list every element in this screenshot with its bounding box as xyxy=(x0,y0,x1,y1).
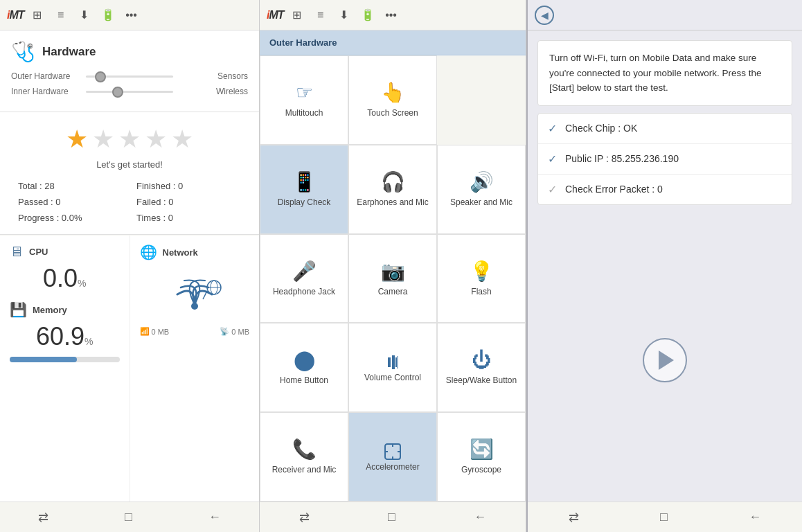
camera-label: Camera xyxy=(378,287,408,298)
list-icon[interactable]: ≡ xyxy=(53,10,69,21)
play-triangle-icon xyxy=(659,351,674,370)
test-cell-gyroscope[interactable]: 🔄 Gyroscope xyxy=(437,412,526,502)
slider-row-1: Outer Hardware Sensors xyxy=(11,71,248,81)
test-cell-earphones[interactable]: 🎧 Earphones and Mic xyxy=(348,145,437,234)
test-cell-power[interactable]: ⏻ Sleep/Wake Button xyxy=(437,323,526,412)
nav-recent-panel1[interactable]: ⇄ xyxy=(27,504,60,531)
test-cell-flash[interactable]: 💡 Flash xyxy=(437,234,526,323)
check-list: ✓ Check Chip : OK ✓ Public IP : 85.255.2… xyxy=(537,113,792,205)
network-wifi-item: 📡 0 MB xyxy=(220,327,249,336)
accelerometer-label: Accelerometer xyxy=(366,462,419,473)
test-cell-accelerometer[interactable]: Accelerometer xyxy=(348,412,437,502)
nav-home-panel1[interactable]: □ xyxy=(114,504,143,530)
star-5[interactable]: ★ xyxy=(171,125,193,154)
panel-tests: iMT ⊞ ≡ ⬇ 🔋 ••• Outer Hardware ☞ Multito… xyxy=(260,0,526,532)
topbar-panel1: iMT ⊞ ≡ ⬇ 🔋 ••• xyxy=(0,0,259,30)
slider-thumb-inner[interactable] xyxy=(112,87,123,98)
check-item-error: ✓ Check Error Packet : 0 xyxy=(538,175,792,204)
nav-home-panel3[interactable]: □ xyxy=(649,504,679,530)
grid-icon-p2[interactable]: ⊞ xyxy=(289,10,305,21)
touchscreen-icon: 👆 xyxy=(381,81,405,104)
check-item-ip: ✓ Public IP : 85.255.236.190 xyxy=(538,144,792,175)
slider-track-inner[interactable] xyxy=(86,91,173,93)
nav-back-panel2[interactable]: ← xyxy=(463,504,497,530)
wifi-icon: 📡 xyxy=(220,327,229,336)
test-cell-touchscreen[interactable]: 👆 Touch Screen xyxy=(348,55,437,145)
stat-progress: Progress : 0.0% xyxy=(18,211,123,224)
bottom-nav-panel1: ⇄ □ ← xyxy=(0,502,259,532)
nav-recent-panel3[interactable]: ⇄ xyxy=(558,504,590,531)
slider-track-outer[interactable] xyxy=(86,76,173,78)
svg-rect-6 xyxy=(392,355,395,369)
network-title: Network xyxy=(163,247,198,258)
power-label: Sleep/Wake Button xyxy=(446,375,517,387)
home-label: Home Button xyxy=(280,375,328,387)
cpu-section: 🖥 CPU 0.0% 💾 Memory 60.9% xyxy=(0,236,130,502)
list-icon-p2[interactable]: ≡ xyxy=(313,10,328,21)
memory-title: Memory xyxy=(33,305,67,315)
panel-network-test: ◀ Turn off Wi-Fi, turn on Mobile Data an… xyxy=(526,0,802,532)
grid-icon[interactable]: ⊞ xyxy=(30,10,45,21)
stethoscope-icon: 🩺 xyxy=(11,40,35,63)
earphones-label: Earphones and Mic xyxy=(357,197,428,209)
star-1[interactable]: ★ xyxy=(66,125,88,154)
test-cell-multitouch[interactable]: ☞ Multitouch xyxy=(260,55,348,145)
check-text-ip: Public IP : 85.255.236.190 xyxy=(565,153,679,164)
display-label: Display Check xyxy=(278,197,331,209)
download-icon[interactable]: ⬇ xyxy=(77,10,92,21)
info-box: Turn off Wi-Fi, turn on Mobile Data and … xyxy=(537,40,792,106)
download-icon-p2[interactable]: ⬇ xyxy=(337,10,352,21)
slider-row-2: Inner Hardware Wireless xyxy=(11,87,248,96)
more-icon-p2[interactable]: ••• xyxy=(384,10,399,21)
data-signal-icon: 📶 xyxy=(140,327,150,336)
nav-home-panel2[interactable]: □ xyxy=(377,504,407,530)
bottom-nav-panel3: ⇄ □ ← xyxy=(528,502,802,532)
test-cell-receiver[interactable]: 📞 Receiver and Mic xyxy=(260,412,348,502)
check-icon-error: ✓ xyxy=(548,183,557,196)
cpu-value-container: 0.0% xyxy=(10,264,120,293)
accelerometer-icon xyxy=(382,441,403,462)
test-cell-display[interactable]: 📱 Display Check xyxy=(260,145,348,234)
cpu-value: 0.0 xyxy=(43,264,78,292)
network-svg xyxy=(167,270,222,319)
check-item-chip: ✓ Check Chip : OK xyxy=(538,114,792,144)
test-cell-home[interactable]: ⬤ Home Button xyxy=(260,323,348,412)
svg-rect-5 xyxy=(388,357,391,367)
slider-thumb-outer[interactable] xyxy=(95,71,106,82)
cpu-title: CPU xyxy=(29,247,48,257)
battery-icon[interactable]: 🔋 xyxy=(100,10,116,21)
home-icon: ⬤ xyxy=(294,348,315,371)
memory-value-container: 60.9% xyxy=(10,322,120,351)
star-2[interactable]: ★ xyxy=(92,125,114,154)
slider-label-outer: Outer Hardware xyxy=(11,71,80,81)
category-outer-hardware[interactable]: Outer Hardware xyxy=(260,30,526,55)
memory-value: 60.9 xyxy=(36,322,84,351)
network-wifi-mb: 0 MB xyxy=(231,328,249,336)
star-4[interactable]: ★ xyxy=(145,125,167,154)
network-data-item: 📶 0 MB xyxy=(140,327,170,336)
resource-section: 🖥 CPU 0.0% 💾 Memory 60.9% 🌐 Network xyxy=(0,236,259,502)
slider-label-sensors: Sensors xyxy=(179,71,248,81)
power-icon: ⏻ xyxy=(472,348,491,371)
multitouch-label: Multitouch xyxy=(285,108,323,119)
headphone-label: Headphone Jack xyxy=(273,287,335,298)
test-cell-volume[interactable]: Volume Control xyxy=(348,323,437,412)
bottom-nav-panel2: ⇄ □ ← xyxy=(260,502,526,532)
test-cell-camera[interactable]: 📷 Camera xyxy=(348,234,437,323)
gyroscope-label: Gyroscope xyxy=(461,465,501,476)
camera-icon: 📷 xyxy=(381,260,405,283)
nav-back-panel3[interactable]: ← xyxy=(738,504,772,530)
play-button[interactable] xyxy=(643,338,687,382)
nav-recent-panel2[interactable]: ⇄ xyxy=(288,504,321,531)
test-cell-speaker[interactable]: 🔊 Speaker and Mic xyxy=(437,145,526,234)
gyroscope-icon: 🔄 xyxy=(470,438,494,461)
back-button[interactable]: ◀ xyxy=(535,6,554,25)
nav-back-panel1[interactable]: ← xyxy=(197,504,232,530)
star-3[interactable]: ★ xyxy=(118,125,141,154)
svg-point-0 xyxy=(191,303,198,310)
test-cell-headphone[interactable]: 🎤 Headphone Jack xyxy=(260,234,348,323)
display-icon: 📱 xyxy=(292,170,317,193)
battery-icon-p2[interactable]: 🔋 xyxy=(360,10,375,21)
slider-label-wireless: Wireless xyxy=(179,87,248,96)
more-icon[interactable]: ••• xyxy=(124,10,139,21)
